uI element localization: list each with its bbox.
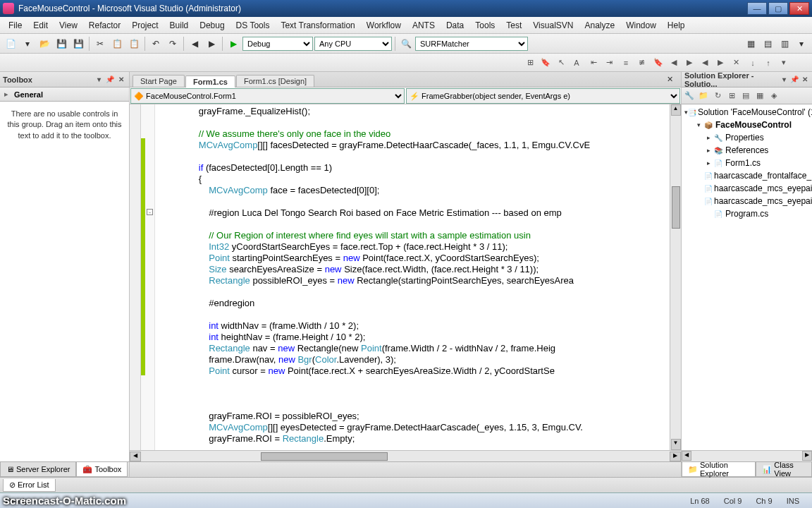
start-debug-button[interactable]: ▶ xyxy=(226,36,241,52)
scroll-left-icon[interactable]: ◀ xyxy=(682,451,691,461)
up-arrow-icon[interactable]: ↑ xyxy=(761,56,775,70)
tree-item[interactable]: 📄haarcascade_frontalface_ xyxy=(683,169,811,182)
code-content[interactable]: grayFrame._EqualizeHist(); // We assume … xyxy=(155,104,670,450)
tree-item[interactable]: ▸🔧Properties xyxy=(683,131,811,144)
overflow-icon[interactable]: ▾ xyxy=(777,56,791,70)
menu-edit[interactable]: Edit xyxy=(27,19,54,32)
copy-button[interactable]: 📋 xyxy=(109,36,125,52)
config-select[interactable]: Debug xyxy=(242,37,313,51)
close-button[interactable]: ✕ xyxy=(789,2,809,15)
new-project-button[interactable]: 📄 xyxy=(3,36,18,52)
close-icon[interactable]: ✕ xyxy=(116,75,126,85)
down-arrow-icon[interactable]: ↓ xyxy=(746,56,760,70)
error-list-tab[interactable]: ⊘ Error List xyxy=(3,479,56,492)
expander-icon[interactable]: ▸ xyxy=(704,147,713,154)
horizontal-scrollbar[interactable]: ◀ ▶ xyxy=(130,450,681,461)
tree-item[interactable]: 📄haarcascade_mcs_eyepair xyxy=(683,195,811,207)
code-editor[interactable]: - grayFrame._EqualizeHist(); // We assum… xyxy=(130,104,681,450)
menu-data[interactable]: Data xyxy=(441,19,469,32)
window-buttons-1[interactable]: ▦ xyxy=(743,36,758,52)
scroll-left-icon[interactable]: ◀ xyxy=(130,452,141,461)
bottom-tab-toolbox[interactable]: 🧰Toolbox xyxy=(76,462,128,477)
tree-item[interactable]: ▸📚References xyxy=(683,144,811,157)
font-icon[interactable]: A xyxy=(570,56,584,70)
open-button[interactable]: 📂 xyxy=(37,36,52,52)
show-all-icon[interactable]: 📁 xyxy=(697,90,710,102)
menu-visualsvn[interactable]: VisualSVN xyxy=(527,19,579,32)
scroll-down-icon[interactable]: ▼ xyxy=(671,439,681,450)
tab-form1-cs[interactable]: Form1.cs xyxy=(185,75,235,87)
view-code-icon[interactable]: ▤ xyxy=(739,90,752,102)
tab-form1-cs-design-[interactable]: Form1.cs [Design] xyxy=(236,75,314,87)
menu-window[interactable]: Window xyxy=(620,19,662,32)
nest-icon[interactable]: ⊞ xyxy=(725,90,738,102)
menu-help[interactable]: Help xyxy=(662,19,691,32)
window-buttons-3[interactable]: ▥ xyxy=(777,36,792,52)
bookmark-toggle-icon[interactable]: 🔖 xyxy=(651,56,665,70)
paste-button[interactable]: 📋 xyxy=(126,36,142,52)
properties-icon[interactable]: 🔧 xyxy=(683,90,696,102)
menu-tools[interactable]: Tools xyxy=(469,19,500,32)
scroll-right-icon[interactable]: ▶ xyxy=(670,452,681,461)
nav-back-button[interactable]: ◀ xyxy=(187,36,202,52)
find-button[interactable]: 🔍 xyxy=(398,36,414,52)
tree-item[interactable]: ▾📦FaceMouseControl xyxy=(683,119,811,131)
scroll-thumb-h[interactable] xyxy=(261,452,388,461)
bookmark-prev-folder-icon[interactable]: ◀ xyxy=(698,56,712,70)
scroll-right-icon[interactable]: ▶ xyxy=(802,451,812,461)
solution-hscroll[interactable]: ◀ ▶ xyxy=(682,450,812,461)
menu-workflow[interactable]: Workflow xyxy=(361,19,407,32)
menu-refactor[interactable]: Refactor xyxy=(83,19,126,32)
breakpoint-margin[interactable] xyxy=(130,104,141,450)
bookmark-icon[interactable]: 🔖 xyxy=(539,56,553,70)
view-diagram-icon[interactable]: ◈ xyxy=(768,90,780,102)
menu-build[interactable]: Build xyxy=(164,19,195,32)
cursor-icon[interactable]: ↖ xyxy=(554,56,568,70)
save-button[interactable]: 💾 xyxy=(54,36,69,52)
nav-fwd-button[interactable]: ▶ xyxy=(204,36,219,52)
redo-button[interactable]: ↷ xyxy=(165,36,180,52)
tab-close-icon[interactable]: ✕ xyxy=(667,75,677,85)
menu-view[interactable]: View xyxy=(54,19,83,32)
menu-file[interactable]: File xyxy=(3,19,27,32)
outline-margin[interactable]: - xyxy=(145,104,155,450)
indent-more-icon[interactable]: ⇥ xyxy=(602,56,616,70)
bookmark-next-folder-icon[interactable]: ▶ xyxy=(713,56,727,70)
pin-icon[interactable]: 📌 xyxy=(790,75,799,85)
menu-project[interactable]: Project xyxy=(126,19,164,32)
menu-debug[interactable]: Debug xyxy=(194,19,230,32)
menu-ds-tools[interactable]: DS Tools xyxy=(230,19,276,32)
comment-icon[interactable]: ≡ xyxy=(619,56,633,70)
tree-item[interactable]: ▸📄Form1.cs xyxy=(683,157,811,169)
platform-select[interactable]: Any CPU xyxy=(314,37,392,51)
bottom-tab-server-explorer[interactable]: 🖥Server Explorer xyxy=(0,462,76,477)
menu-test[interactable]: Test xyxy=(500,19,527,32)
expander-icon[interactable]: ▸ xyxy=(704,134,713,141)
close-icon[interactable]: ✕ xyxy=(800,75,809,85)
scroll-thumb[interactable] xyxy=(672,186,680,229)
solution-tree[interactable]: ▾📑Solution 'FaceMouseControl' (1 p▾📦Face… xyxy=(682,104,812,450)
maximize-button[interactable]: ▢ xyxy=(768,2,788,15)
dropdown-icon[interactable]: ▾ xyxy=(94,75,104,85)
uncomment-icon[interactable]: ≢ xyxy=(634,56,648,70)
menu-text-transformation[interactable]: Text Transformation xyxy=(275,19,360,32)
vertical-scrollbar[interactable]: ▲ ▼ xyxy=(670,104,681,450)
tree-item[interactable]: 📄haarcascade_mcs_eyepair xyxy=(683,182,811,195)
menu-ants[interactable]: ANTS xyxy=(407,19,441,32)
bottom-tab-solution-explorer[interactable]: 📁Solution Explorer xyxy=(682,462,756,477)
window-buttons-2[interactable]: ▤ xyxy=(760,36,775,52)
minimize-button[interactable]: — xyxy=(747,2,767,15)
tab-start-page[interactable]: Start Page xyxy=(133,75,185,87)
bottom-tab-class-view[interactable]: 📊Class View xyxy=(756,462,812,477)
bookmark-clear-icon[interactable]: ✕ xyxy=(729,56,743,70)
object-browser-icon[interactable]: ⊞ xyxy=(523,56,537,70)
fold-box-icon[interactable]: - xyxy=(147,209,153,215)
member-selector[interactable]: ⚡ FrameGrabber(object sender, EventArgs … xyxy=(406,88,680,104)
bookmark-prev-icon[interactable]: ◀ xyxy=(667,56,681,70)
cut-button[interactable]: ✂ xyxy=(92,36,108,52)
view-designer-icon[interactable]: ▦ xyxy=(753,90,766,102)
class-selector[interactable]: 🔶 FaceMouseControl.Form1 xyxy=(130,88,405,104)
dropdown-icon[interactable]: ▾ xyxy=(780,75,789,85)
window-buttons-4[interactable]: ▾ xyxy=(794,36,809,52)
indent-less-icon[interactable]: ⇤ xyxy=(586,56,601,70)
